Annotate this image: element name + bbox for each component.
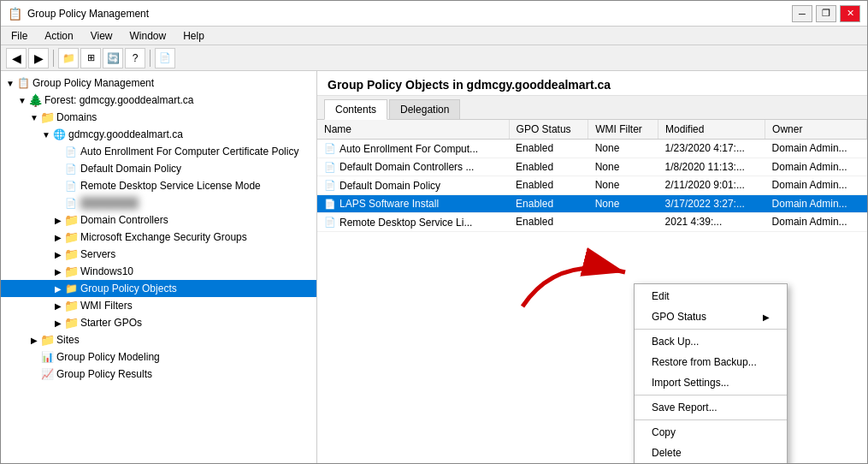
- expand-windows10[interactable]: ▶: [52, 265, 64, 277]
- root-icon: 📋: [16, 76, 30, 90]
- sidebar-label-ms-exchange: Microsoft Exchange Security Groups: [80, 231, 247, 243]
- sidebar-item-servers[interactable]: ▶ 📁 Servers: [1, 246, 316, 263]
- expand-ms-exchange[interactable]: ▶: [52, 231, 64, 243]
- menu-help[interactable]: Help: [176, 28, 211, 44]
- table-row[interactable]: 📄Default Domain PolicyEnabledNone2/11/20…: [317, 176, 867, 195]
- col-modified[interactable]: Modified: [658, 120, 765, 140]
- refresh-button[interactable]: 🔄: [103, 48, 123, 68]
- context-menu-item-import-settings[interactable]: Import Settings...: [635, 372, 787, 393]
- sidebar-label-root: Group Policy Management: [32, 77, 154, 89]
- sidebar-item-remote-desktop[interactable]: ▶ 📄 Remote Desktop Service License Mode: [1, 177, 316, 194]
- context-menu-separator: [635, 419, 787, 420]
- cell-owner: Domain Admin...: [765, 158, 867, 176]
- context-menu-item-copy[interactable]: Copy: [635, 422, 787, 443]
- sites-icon: 📁: [40, 333, 54, 347]
- sidebar-label-gpo: Group Policy Objects: [80, 283, 177, 294]
- context-menu-item-save-report[interactable]: Save Report...: [635, 397, 787, 418]
- cell-modified: 2021 4:39:...: [658, 213, 765, 232]
- expand-domain-controllers[interactable]: ▶: [52, 214, 64, 226]
- separator-1: [53, 50, 54, 67]
- col-owner[interactable]: Owner: [765, 120, 867, 140]
- row-gpo-icon: 📄: [324, 143, 336, 154]
- row-gpo-icon: 📄: [324, 199, 336, 210]
- expand-domain[interactable]: ▼: [40, 128, 52, 140]
- sidebar-item-forest[interactable]: ▼ 🌲 Forest: gdmcgy.gooddealmart.ca: [1, 92, 316, 109]
- context-menu-item-delete[interactable]: Delete: [635, 443, 787, 463]
- menu-view[interactable]: View: [84, 28, 120, 44]
- sidebar-item-ms-exchange[interactable]: ▶ 📁 Microsoft Exchange Security Groups: [1, 229, 316, 246]
- expand-wmi[interactable]: ▶: [52, 300, 64, 312]
- menu-file[interactable]: File: [4, 28, 34, 44]
- sidebar-label-blurred: ████████: [80, 197, 139, 209]
- sidebar-item-gp-results[interactable]: ▶ 📈 Group Policy Results: [1, 366, 316, 383]
- cell-owner: Domain Admin...: [765, 213, 867, 232]
- table-row[interactable]: 📄Remote Desktop Service Li...Enabled2021…: [317, 213, 867, 232]
- folder-button[interactable]: 📁: [58, 48, 79, 68]
- windows10-icon: 📁: [64, 265, 78, 278]
- sidebar-item-root[interactable]: ▼ 📋 Group Policy Management: [1, 74, 316, 92]
- sidebar-item-gpo[interactable]: ▶ 📁 Group Policy Objects: [1, 280, 316, 297]
- sidebar-item-blurred[interactable]: ▶ 📄 ████████: [1, 194, 316, 211]
- sidebar-item-auto-enroll[interactable]: ▶ 📄 Auto Enrollment For Computer Certifi…: [1, 143, 316, 160]
- expand-servers[interactable]: ▶: [52, 248, 64, 260]
- expand-root[interactable]: ▼: [4, 77, 16, 89]
- context-item-label: Restore from Backup...: [652, 356, 757, 368]
- help-button[interactable]: ?: [125, 48, 145, 68]
- blurred-icon: 📄: [64, 196, 78, 210]
- domains-icon: 📁: [40, 110, 54, 124]
- back-button[interactable]: ◀: [6, 48, 27, 68]
- title-bar: 📋 Group Policy Management ─ ❐ ✕: [1, 1, 867, 27]
- context-menu-item-edit[interactable]: Edit: [635, 286, 787, 306]
- menu-window[interactable]: Window: [123, 28, 174, 44]
- expand-gpo[interactable]: ▶: [52, 283, 64, 294]
- sidebar-item-wmi[interactable]: ▶ 📁 WMI Filters: [1, 297, 316, 314]
- context-item-label: Save Report...: [652, 402, 717, 413]
- cell-wmi: None: [588, 140, 658, 158]
- col-wmi[interactable]: WMI Filter: [588, 120, 658, 140]
- tab-contents[interactable]: Contents: [324, 99, 387, 120]
- content-panel: Group Policy Objects in gdmcgy.gooddealm…: [317, 71, 867, 463]
- minimize-button[interactable]: ─: [792, 5, 812, 22]
- tab-delegation[interactable]: Delegation: [389, 99, 460, 119]
- close-button[interactable]: ✕: [840, 5, 860, 22]
- expand-domains[interactable]: ▼: [28, 111, 40, 123]
- sidebar-item-windows10[interactable]: ▶ 📁 Windows10: [1, 263, 316, 280]
- separator-2: [150, 50, 151, 67]
- sidebar-item-gp-modeling[interactable]: ▶ 📊 Group Policy Modeling: [1, 348, 316, 366]
- col-name[interactable]: Name: [317, 120, 509, 140]
- title-bar-left: 📋 Group Policy Management: [8, 7, 149, 21]
- context-menu-item-back-up[interactable]: Back Up...: [635, 331, 787, 352]
- sidebar-label-wmi: WMI Filters: [80, 300, 133, 312]
- table-row[interactable]: 📄LAPS Software InstallEnabledNone3/17/20…: [317, 194, 867, 213]
- cell-name: 📄Default Domain Policy: [317, 176, 509, 195]
- cell-status: Enabled: [509, 140, 588, 158]
- ms-exchange-icon: 📁: [64, 230, 78, 244]
- restore-button[interactable]: ❐: [816, 5, 836, 22]
- sidebar-label-auto-enroll: Auto Enrollment For Computer Certificate…: [80, 146, 298, 158]
- sidebar-item-domain-controllers[interactable]: ▶ 📁 Domain Controllers: [1, 211, 316, 229]
- forward-button[interactable]: ▶: [28, 48, 49, 68]
- sidebar-item-domains[interactable]: ▼ 📁 Domains: [1, 109, 316, 126]
- content-title: Group Policy Objects in gdmcgy.gooddealm…: [328, 78, 611, 92]
- sidebar-label-remote-desktop: Remote Desktop Service License Mode: [80, 180, 261, 192]
- sidebar-item-starter-gpos[interactable]: ▶ 📁 Starter GPOs: [1, 314, 316, 331]
- table-row[interactable]: 📄Auto Enrollment For Comput...EnabledNon…: [317, 140, 867, 158]
- sidebar-label-gp-modeling: Group Policy Modeling: [56, 351, 160, 363]
- menu-action[interactable]: Action: [38, 28, 80, 44]
- cell-wmi: None: [588, 194, 658, 213]
- sidebar-item-default-domain[interactable]: ▶ 📄 Default Domain Policy: [1, 160, 316, 177]
- expand-forest[interactable]: ▼: [16, 94, 28, 106]
- context-menu-item-restore-from-backup[interactable]: Restore from Backup...: [635, 352, 787, 372]
- grid-button[interactable]: ⊞: [80, 48, 101, 68]
- cell-modified: 1/23/2020 4:17:...: [658, 140, 765, 158]
- context-menu-item-gpo-status[interactable]: GPO Status▶: [635, 306, 787, 327]
- sidebar-item-domain[interactable]: ▼ 🌐 gdmcgy.gooddealmart.ca: [1, 126, 316, 143]
- sidebar-item-sites[interactable]: ▶ 📁 Sites: [1, 331, 316, 348]
- context-menu-separator: [635, 329, 787, 330]
- export-button[interactable]: 📄: [155, 48, 175, 68]
- table-row[interactable]: 📄Default Domain Controllers ...EnabledNo…: [317, 158, 867, 176]
- col-status[interactable]: GPO Status: [509, 120, 588, 140]
- expand-sites[interactable]: ▶: [28, 334, 40, 346]
- app-icon: 📋: [8, 7, 22, 21]
- expand-starter-gpos[interactable]: ▶: [52, 317, 64, 329]
